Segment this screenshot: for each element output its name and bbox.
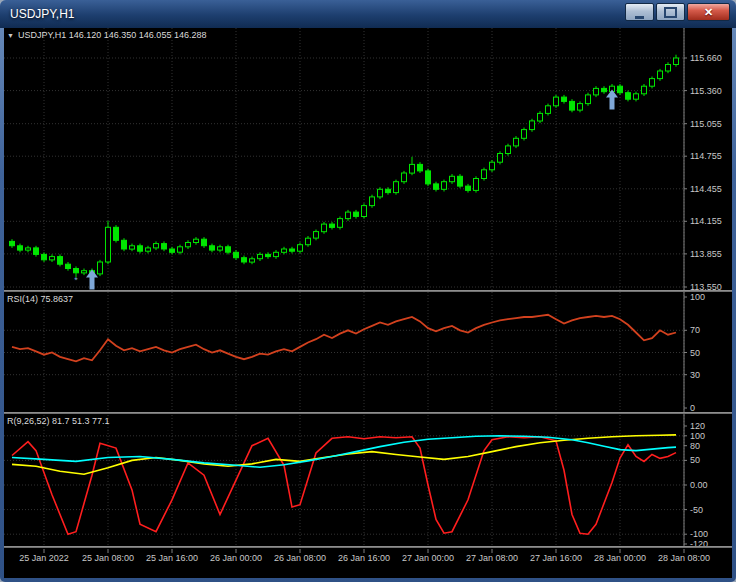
trade-markers-layer: * xyxy=(74,90,618,290)
time-tick-label: 25 Jan 2022 xyxy=(19,553,69,563)
minimize-icon xyxy=(635,6,644,19)
time-tick-label: 26 Jan 00:00 xyxy=(210,553,262,563)
rsi-indicator-label: RSI(14) 75.8637 xyxy=(7,294,73,304)
up-arrow-marker xyxy=(606,90,618,110)
osc-indicator-label: R(9,26,52) 81.7 51.3 77.1 xyxy=(7,416,110,426)
main-pane-label: ▼ USDJPY,H1 146.120 146.350 146.055 146.… xyxy=(7,30,206,40)
price-tick-label: 50 xyxy=(690,455,700,465)
time-tick-label: 26 Jan 08:00 xyxy=(274,553,326,563)
star-marker: * xyxy=(74,275,78,285)
price-tick-label: 114.455 xyxy=(690,184,722,194)
chart-plot[interactable]: *115.660115.360115.055114.755114.455114.… xyxy=(4,28,732,578)
price-tick-label: 100 xyxy=(690,292,705,302)
price-tick-label: 50 xyxy=(690,348,700,358)
price-tick-label: 114.155 xyxy=(690,216,722,226)
price-scale[interactable]: 115.660115.360115.055114.755114.455114.1… xyxy=(684,28,722,549)
close-icon: ✕ xyxy=(704,6,713,19)
window-controls: ✕ xyxy=(625,3,730,21)
price-tick-label: 113.855 xyxy=(690,249,722,259)
pane-separator[interactable] xyxy=(4,412,732,414)
minimize-button[interactable] xyxy=(625,3,654,21)
time-tick-label: 27 Jan 00:00 xyxy=(402,553,454,563)
price-tick-label: 80 xyxy=(690,441,700,451)
chart-canvas[interactable]: *115.660115.360115.055114.755114.455114.… xyxy=(4,28,732,578)
time-tick-label: 27 Jan 16:00 xyxy=(530,553,582,563)
time-tick-label: 28 Jan 08:00 xyxy=(658,553,710,563)
rsi-line xyxy=(12,315,676,362)
time-tick-label: 25 Jan 16:00 xyxy=(146,553,198,563)
pane-separator[interactable] xyxy=(4,546,732,548)
maximize-icon xyxy=(664,7,677,18)
chart-window: USDJPY,H1 ✕ *115.660115.360115.055114.75… xyxy=(0,0,736,582)
price-tick-label: 100 xyxy=(690,431,705,441)
time-tick-label: 25 Jan 08:00 xyxy=(82,553,134,563)
titlebar[interactable]: USDJPY,H1 ✕ xyxy=(0,0,736,28)
candles-layer xyxy=(10,55,679,279)
price-tick-label: 30 xyxy=(690,370,700,380)
close-button[interactable]: ✕ xyxy=(687,3,730,21)
price-tick-label: 115.360 xyxy=(690,86,722,96)
price-tick-label: 70 xyxy=(690,325,700,335)
pane-separator[interactable] xyxy=(4,290,732,292)
price-tick-label: 114.755 xyxy=(690,151,722,161)
window-title: USDJPY,H1 xyxy=(10,7,625,21)
rsi-pane-label: RSI(14) 75.8637 xyxy=(7,294,73,304)
maximize-button[interactable] xyxy=(656,3,685,21)
osc-pane-label: R(9,26,52) 81.7 51.3 77.1 xyxy=(7,416,110,426)
up-arrow-marker xyxy=(86,270,98,290)
price-tick-label: 115.055 xyxy=(690,119,722,129)
price-tick-label: 120 xyxy=(690,421,705,431)
price-tick-label: 115.660 xyxy=(690,53,722,63)
price-tick-label: -100 xyxy=(690,529,708,539)
chart-dropdown-icon[interactable]: ▼ xyxy=(7,31,14,40)
time-tick-label: 28 Jan 00:00 xyxy=(594,553,646,563)
time-tick-label: 26 Jan 16:00 xyxy=(338,553,390,563)
time-scale[interactable]: 25 Jan 202225 Jan 08:0025 Jan 16:0026 Ja… xyxy=(19,549,710,563)
price-tick-label: -50 xyxy=(690,505,703,515)
symbol-ohlc-label: USDJPY,H1 146.120 146.350 146.055 146.28… xyxy=(18,30,207,40)
time-tick-label: 27 Jan 08:00 xyxy=(466,553,518,563)
osc-line-slow xyxy=(12,436,676,468)
price-tick-label: 0.00 xyxy=(690,480,708,490)
